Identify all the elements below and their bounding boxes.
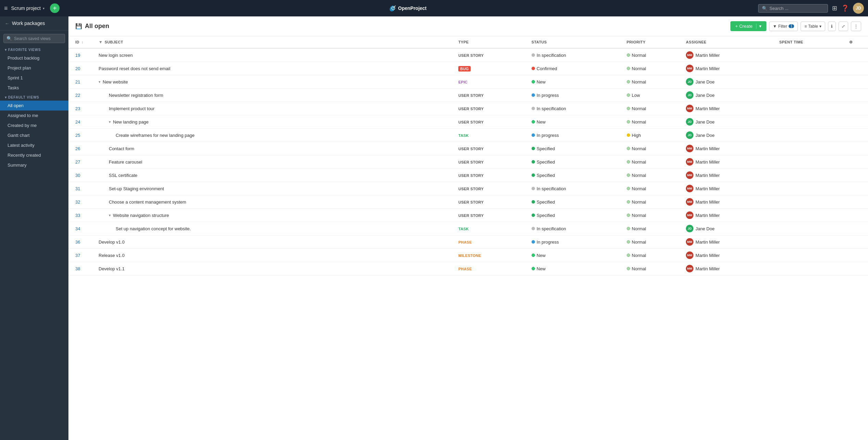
col-subject[interactable]: ▼ SUBJECT bbox=[96, 36, 456, 48]
favorites-section-header[interactable]: ▾ FAVORITE VIEWS bbox=[0, 45, 68, 53]
id-link[interactable]: 22 bbox=[75, 93, 80, 98]
id-link[interactable]: 36 bbox=[75, 240, 80, 245]
priority-dot bbox=[627, 254, 630, 257]
global-search-box[interactable]: 🔍 bbox=[758, 4, 828, 13]
col-assignee[interactable]: ASSIGNEE bbox=[683, 36, 777, 48]
id-link[interactable]: 38 bbox=[75, 266, 80, 271]
id-link[interactable]: 27 bbox=[75, 159, 80, 165]
row-priority: Normal bbox=[624, 195, 683, 209]
row-actions bbox=[846, 235, 868, 249]
search-saved-views[interactable]: 🔍 bbox=[3, 34, 65, 43]
col-settings[interactable]: ⚙ bbox=[846, 36, 868, 48]
row-priority: Normal bbox=[624, 155, 683, 169]
table-view-button[interactable]: ≡ Table ▾ bbox=[801, 22, 825, 31]
hamburger-menu[interactable]: ≡ bbox=[4, 5, 8, 12]
col-status[interactable]: STATUS bbox=[529, 36, 624, 48]
assignee-name: Martin Miller bbox=[695, 106, 720, 111]
status-text: In progress bbox=[537, 93, 559, 98]
row-priority: Normal bbox=[624, 48, 683, 62]
sidebar-item-product-backlog[interactable]: Product backlog bbox=[0, 53, 68, 63]
row-spent-time bbox=[777, 209, 846, 222]
row-actions bbox=[846, 129, 868, 142]
row-id: 37 bbox=[68, 249, 96, 262]
id-link[interactable]: 24 bbox=[75, 119, 80, 125]
id-link[interactable]: 30 bbox=[75, 173, 80, 178]
subject-text: Website navigation structure bbox=[113, 213, 169, 218]
row-subject: Set-up Staging environment bbox=[96, 182, 456, 195]
collapse-button[interactable]: ▾ bbox=[99, 80, 101, 84]
id-link[interactable]: 26 bbox=[75, 146, 80, 151]
status-text: New bbox=[537, 266, 546, 271]
sidebar-item-all-open[interactable]: All open bbox=[0, 101, 68, 111]
default-section-header[interactable]: ▾ DEFAULT VIEWS bbox=[0, 93, 68, 101]
priority-text: Normal bbox=[632, 146, 646, 151]
subject-text: Contact form bbox=[109, 146, 134, 151]
subject-text: New login screen bbox=[99, 53, 133, 58]
row-priority: High bbox=[624, 129, 683, 142]
add-project-button[interactable]: + bbox=[50, 3, 60, 13]
id-link[interactable]: 34 bbox=[75, 226, 80, 231]
row-assignee: JDJane Doe bbox=[683, 129, 777, 142]
col-type[interactable]: TYPE bbox=[456, 36, 529, 48]
subject-text: Implement product tour bbox=[109, 106, 155, 111]
user-avatar[interactable]: JD bbox=[853, 3, 864, 14]
sidebar-item-tasks[interactable]: Tasks bbox=[0, 83, 68, 93]
create-button[interactable]: + Create ▾ bbox=[730, 21, 766, 31]
subject-cell: ▾Website navigation structure bbox=[99, 213, 453, 218]
row-status: Specified bbox=[529, 195, 624, 209]
type-badge: BUG bbox=[458, 66, 470, 72]
col-priority[interactable]: PRIORITY bbox=[624, 36, 683, 48]
type-badge: USER STORY bbox=[458, 147, 484, 151]
id-link[interactable]: 37 bbox=[75, 253, 80, 258]
col-id[interactable]: ID ↕ bbox=[68, 36, 96, 48]
col-spent-time[interactable]: SPENT TIME bbox=[777, 36, 846, 48]
subject-text: Feature carousel bbox=[109, 159, 142, 165]
sidebar-item-project-plan[interactable]: Project plan bbox=[0, 63, 68, 73]
id-link[interactable]: 19 bbox=[75, 53, 80, 58]
status-dot bbox=[532, 160, 535, 164]
sidebar-item-gantt-chart[interactable]: Gantt chart bbox=[0, 130, 68, 140]
assignee-avatar: JD bbox=[686, 78, 693, 86]
more-options-button[interactable]: ⋮ bbox=[851, 22, 861, 31]
priority-cell: Normal bbox=[627, 266, 680, 271]
subject-cell: New login screen bbox=[99, 53, 453, 58]
subject-cell: Implement product tour bbox=[99, 106, 453, 111]
collapse-button[interactable]: ▾ bbox=[109, 213, 111, 218]
sidebar-item-created-by-me[interactable]: Created by me bbox=[0, 120, 68, 130]
search-saved-input[interactable] bbox=[14, 36, 65, 41]
row-subject: ▾New website bbox=[96, 75, 456, 89]
create-dropdown-arrow[interactable]: ▾ bbox=[756, 24, 762, 29]
help-icon[interactable]: ❓ bbox=[841, 4, 849, 12]
sidebar-item-sprint1[interactable]: Sprint 1 bbox=[0, 73, 68, 83]
expand-button[interactable]: ⤢ bbox=[839, 22, 848, 31]
row-priority: Normal bbox=[624, 102, 683, 115]
filter-button[interactable]: ▼ Filter 1 bbox=[769, 22, 798, 31]
id-link[interactable]: 21 bbox=[75, 79, 80, 85]
subject-text: Release v1.0 bbox=[99, 253, 125, 258]
id-link[interactable]: 25 bbox=[75, 133, 80, 138]
global-search-input[interactable] bbox=[769, 6, 824, 11]
project-selector[interactable]: Scrum project ▾ bbox=[11, 5, 44, 11]
subject-text: New website bbox=[103, 79, 128, 85]
type-badge: USER STORY bbox=[458, 200, 484, 204]
collapse-button[interactable]: ▾ bbox=[109, 120, 111, 124]
priority-dot bbox=[627, 173, 630, 177]
subject-text: New landing page bbox=[113, 119, 149, 125]
id-link[interactable]: 32 bbox=[75, 199, 80, 205]
priority-cell: High bbox=[627, 133, 680, 138]
sidebar-item-latest-activity[interactable]: Latest activity bbox=[0, 140, 68, 150]
assignee-cell: MMMartin Miller bbox=[686, 238, 774, 246]
assignee-name: Martin Miller bbox=[695, 199, 720, 205]
id-link[interactable]: 31 bbox=[75, 186, 80, 191]
info-button[interactable]: ℹ bbox=[828, 22, 836, 31]
sidebar-back-button[interactable]: ← bbox=[5, 21, 9, 26]
sidebar-item-recently-created[interactable]: Recently created bbox=[0, 150, 68, 160]
id-link[interactable]: 33 bbox=[75, 213, 80, 218]
id-link[interactable]: 20 bbox=[75, 66, 80, 71]
id-link[interactable]: 23 bbox=[75, 106, 80, 111]
modules-icon[interactable]: ⊞ bbox=[832, 4, 837, 12]
sidebar-item-assigned-to-me[interactable]: Assigned to me bbox=[0, 111, 68, 120]
sidebar-item-summary[interactable]: Summary bbox=[0, 160, 68, 170]
filter-label: Filter bbox=[778, 24, 788, 29]
table-header-row: ID ↕ ▼ SUBJECT TYPE STATUS PRIORITY ASSI… bbox=[68, 36, 868, 48]
